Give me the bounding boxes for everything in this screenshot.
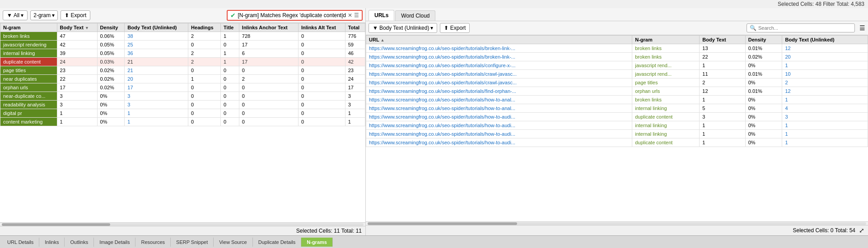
filter-all-button[interactable]: ▼ All ▾	[3, 10, 28, 20]
tab-urls-label: URLs	[374, 12, 388, 18]
right-filter-button[interactable]: ▼ Body Text (Unlinked) ▾	[369, 23, 437, 33]
col-body-text[interactable]: Body Text ▼	[57, 23, 97, 32]
tab-word-cloud[interactable]: Word Cloud	[395, 10, 435, 21]
table-row[interactable]: readability analysis30%300003	[0, 101, 365, 109]
bottom-tab-url-details[interactable]: URL Details	[2, 238, 39, 247]
right-export-button[interactable]: ⬆ Export	[440, 23, 470, 33]
table-row[interactable]: javascript rendering420.05%250017059	[0, 41, 365, 49]
bottom-tab-resources[interactable]: Resources	[135, 238, 171, 247]
tab-urls[interactable]: URLs	[369, 10, 394, 21]
right-tabs: URLs Word Cloud	[366, 8, 868, 21]
bottom-tab-n-grams[interactable]: N-grams	[301, 238, 333, 247]
tab-word-cloud-label: Word Cloud	[401, 13, 429, 19]
table-row[interactable]: digital pr10%100001	[0, 109, 365, 118]
col-inlinks-anchor[interactable]: Inlinks Anchor Text	[239, 23, 298, 32]
col-url-body-unlinked[interactable]: Body Text (Unlinked)	[782, 36, 868, 44]
bottom-tabs: URL DetailsInlinksOutlinksImage DetailsR…	[0, 235, 868, 248]
right-filter-dropdown-arrow: ▾	[430, 25, 433, 31]
col-inlinks-alt[interactable]: Inlinks Alt Text	[298, 23, 345, 32]
table-row[interactable]: near-duplicate co...30%300003	[0, 92, 365, 101]
table-row[interactable]: https://www.screamingfrog.co.uk/seo-spid…	[366, 44, 868, 53]
right-status-text: Selected Cells: 0 Total: 54	[793, 227, 855, 234]
col-headings[interactable]: Headings	[188, 23, 221, 32]
left-toolbar: ▼ All ▾ 2-gram ▾ ⬆ Export ✔ [N-gram] Mat…	[0, 8, 365, 23]
right-status-bar: Selected Cells: 0 Total: 54 ⤢	[366, 225, 868, 235]
left-panel: ▼ All ▾ 2-gram ▾ ⬆ Export ✔ [N-gram] Mat…	[0, 8, 366, 235]
right-panel: URLs Word Cloud ▼ Body Text (Unlinked) ▾…	[366, 8, 868, 235]
bottom-tab-serp-snippet[interactable]: SERP Snippet	[171, 238, 214, 247]
table-row[interactable]: https://www.screamingfrog.co.uk/seo-spid…	[366, 87, 868, 96]
search-icon: 🔍	[750, 25, 756, 31]
search-input[interactable]	[758, 25, 852, 31]
table-row[interactable]: https://www.screamingfrog.co.uk/seo-spid…	[366, 138, 868, 147]
col-url-density[interactable]: Density	[745, 36, 782, 44]
filter-icon: ▼	[7, 12, 12, 18]
filter-pill-text: [N-gram] Matches Regex 'duplicate conten…	[238, 12, 346, 18]
table-row[interactable]: orphan urls170.02%17000017	[0, 83, 365, 92]
expand-icon[interactable]: ⤢	[859, 227, 864, 234]
url-table: URL ▲ N-gram Body Text Density Body Text…	[366, 35, 868, 147]
table-row[interactable]: near duplicates220.02%20102024	[0, 75, 365, 83]
table-row[interactable]: page titles230.02%21000023	[0, 66, 365, 75]
table-row[interactable]: duplicate content240.03%212117042	[0, 58, 365, 66]
bottom-tab-duplicate-details[interactable]: Duplicate Details	[253, 238, 302, 247]
col-url-ngram[interactable]: N-gram	[632, 36, 700, 44]
left-export-button[interactable]: ⬆ Export	[61, 10, 90, 20]
top-status-text: Selected Cells: 48 Filter Total: 4,583	[778, 1, 864, 7]
table-row[interactable]: https://www.screamingfrog.co.uk/seo-spid…	[366, 113, 868, 121]
filter-active-pill: ✔ [N-gram] Matches Regex 'duplicate cont…	[227, 10, 363, 21]
filter-check-icon: ✔	[230, 12, 236, 19]
gram-dropdown[interactable]: 2-gram ▾	[30, 10, 58, 20]
col-ngram[interactable]: N-gram	[0, 23, 57, 32]
table-row[interactable]: https://www.screamingfrog.co.uk/seo-spid…	[366, 70, 868, 78]
right-settings-icon[interactable]: ☰	[859, 24, 865, 32]
left-status-bar: Selected Cells: 11 Total: 11	[0, 226, 365, 235]
filter-close-icon[interactable]: ✕	[348, 12, 352, 18]
bottom-tab-view-source[interactable]: View Source	[214, 238, 253, 247]
filter-all-label: All	[14, 12, 19, 18]
right-toolbar: ▼ Body Text (Unlinked) ▾ ⬆ Export 🔍 ☰	[366, 21, 868, 35]
table-row[interactable]: broken links470.06%38217280776	[0, 32, 365, 41]
main-content: ▼ All ▾ 2-gram ▾ ⬆ Export ✔ [N-gram] Mat…	[0, 8, 868, 235]
bottom-tab-image-details[interactable]: Image Details	[94, 238, 135, 247]
left-table-container: N-gram Body Text ▼ Density Body Text (Un…	[0, 23, 365, 222]
col-body-unlinked[interactable]: Body Text (Unlinked)	[125, 23, 188, 32]
filter-dropdown-arrow: ▾	[21, 12, 23, 18]
col-title[interactable]: Title	[221, 23, 239, 32]
bottom-tab-outlinks[interactable]: Outlinks	[65, 238, 94, 247]
left-horizontal-scrollbar[interactable]	[0, 222, 365, 226]
right-filter-icon: ▼	[373, 25, 378, 31]
col-density[interactable]: Density	[97, 23, 125, 32]
table-row[interactable]: https://www.screamingfrog.co.uk/seo-spid…	[366, 130, 868, 138]
ngram-table: N-gram Body Text ▼ Density Body Text (Un…	[0, 23, 365, 126]
table-row[interactable]: https://www.screamingfrog.co.uk/seo-spid…	[366, 104, 868, 113]
table-row[interactable]: https://www.screamingfrog.co.uk/seo-spid…	[366, 96, 868, 104]
right-filter-label: Body Text (Unlinked)	[379, 25, 429, 31]
gram-label: 2-gram	[33, 12, 51, 18]
right-horizontal-scrollbar[interactable]	[366, 221, 868, 225]
col-total[interactable]: Total	[345, 23, 365, 32]
bottom-tab-inlinks[interactable]: Inlinks	[39, 238, 65, 247]
top-status-bar: Selected Cells: 48 Filter Total: 4,583	[0, 0, 868, 8]
col-url-body-text[interactable]: Body Text	[700, 36, 745, 44]
left-status-text: Selected Cells: 11 Total: 11	[296, 228, 362, 234]
filter-settings-icon[interactable]: ☰	[354, 12, 359, 18]
table-row[interactable]: content marketing10%100001	[0, 118, 365, 126]
table-row[interactable]: https://www.screamingfrog.co.uk/seo-spid…	[366, 53, 868, 61]
table-row[interactable]: https://www.screamingfrog.co.uk/seo-spid…	[366, 61, 868, 70]
right-export-label: ⬆ Export	[444, 25, 466, 31]
right-table-container: URL ▲ N-gram Body Text Density Body Text…	[366, 35, 868, 221]
col-url[interactable]: URL ▲	[366, 36, 632, 44]
gram-dropdown-arrow: ▾	[52, 12, 55, 18]
table-row[interactable]: internal linking390.05%36216046	[0, 49, 365, 58]
left-export-label: ⬆ Export	[65, 12, 86, 18]
table-row[interactable]: https://www.screamingfrog.co.uk/seo-spid…	[366, 121, 868, 130]
table-row[interactable]: https://www.screamingfrog.co.uk/seo-spid…	[366, 78, 868, 87]
search-box: 🔍	[747, 23, 855, 32]
